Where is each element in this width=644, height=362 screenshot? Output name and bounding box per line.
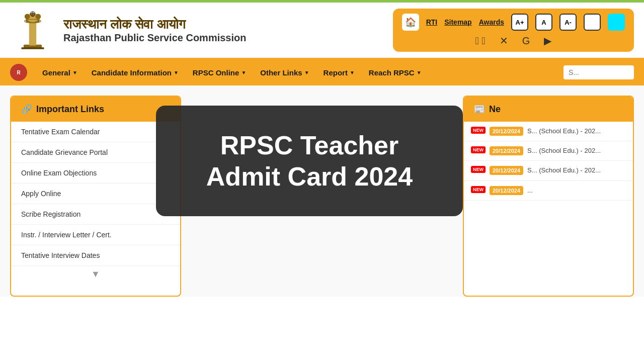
svg-text:R: R	[17, 70, 21, 75]
date-badge: 20/12/2024	[490, 186, 523, 195]
svg-point-5	[35, 14, 41, 20]
sitemap-link[interactable]: Sitemap	[444, 18, 471, 26]
header-title-block: राजस्थान लोक सेवा आयोग Rajasthan Public …	[63, 17, 246, 44]
link-tentative-interview-dates[interactable]: Tentative Interview Dates	[11, 245, 180, 266]
link-tentative-exam-calendar[interactable]: Tentative Exam Calendar	[11, 122, 180, 142]
search-input[interactable]	[564, 65, 634, 79]
google-icon[interactable]: G	[522, 35, 530, 47]
emblem-icon	[10, 8, 55, 53]
svg-rect-1	[29, 21, 36, 46]
news-title: Ne	[489, 104, 501, 115]
news-item[interactable]: NEW 20/12/2024 S... (School Edu.) - 202.…	[464, 141, 633, 161]
overlay-line1: RPSC Teacher	[206, 130, 413, 161]
link-apply-online[interactable]: Apply Online	[11, 184, 180, 204]
header-english-title: Rajasthan Public Service Commission	[63, 32, 246, 44]
navbar-brand-icon: R	[10, 64, 27, 81]
home-icon[interactable]: 🏠	[402, 14, 419, 31]
link-interview-letter[interactable]: Instr. / Interview Letter / Cert.	[11, 225, 180, 245]
date-badge: 20/12/2024	[490, 127, 523, 136]
nav-rpsc-online[interactable]: RPSC Online ▼	[186, 59, 253, 85]
new-badge: NEW	[471, 127, 486, 134]
news-item[interactable]: NEW 20/12/2024 ...	[464, 181, 633, 201]
youtube-icon[interactable]: ▶	[544, 35, 551, 47]
font-increase-button[interactable]: A+	[511, 14, 528, 31]
date-badge: 20/12/2024	[490, 146, 523, 155]
chevron-down-icon: ▼	[174, 70, 179, 75]
font-decrease-button[interactable]: A-	[559, 14, 577, 31]
news-text: S... (School Edu.) - 202...	[527, 127, 626, 136]
nav-report[interactable]: Report ▼	[316, 59, 362, 85]
social-links:  𝐟 ✕ G ▶	[475, 35, 551, 47]
font-normal-button[interactable]: A	[535, 14, 552, 31]
news-header: 📰 Ne	[464, 97, 633, 122]
facebook-icon[interactable]:  𝐟	[475, 35, 485, 47]
nav-general[interactable]: General ▼	[35, 59, 85, 85]
header-top-links: 🏠 RTI Sitemap Awards A+ A A-	[402, 14, 625, 31]
important-links-title: Important Links	[36, 104, 104, 115]
new-badge: NEW	[471, 146, 486, 153]
new-badge: NEW	[471, 186, 486, 193]
svg-point-4	[25, 14, 30, 20]
important-links-box: 🔗 Important Links Tentative Exam Calenda…	[10, 96, 181, 297]
news-icon: 📰	[474, 104, 485, 115]
chevron-down-icon: ▼	[417, 70, 422, 75]
cyan-theme-button[interactable]	[608, 14, 625, 31]
svg-rect-11	[22, 47, 44, 49]
header-right: 🏠 RTI Sitemap Awards A+ A A-  𝐟 ✕ G ▶	[393, 9, 634, 52]
news-box: 📰 Ne NEW 20/12/2024 S... (School Edu.) -…	[463, 96, 634, 297]
awards-link[interactable]: Awards	[479, 18, 504, 26]
nav-reach-rpsc[interactable]: Reach RPSC ▼	[362, 59, 429, 85]
overlay-line2: Admit Card 2024	[206, 161, 413, 192]
rti-link[interactable]: RTI	[426, 18, 438, 26]
overlay-banner: RPSC Teacher Admit Card 2024	[156, 106, 463, 216]
important-links-list: Tentative Exam Calendar Candidate Grieva…	[11, 122, 180, 266]
date-badge: 20/12/2024	[490, 166, 523, 175]
nav-other-links[interactable]: Other Links ▼	[253, 59, 316, 85]
header-hindi-title: राजस्थान लोक सेवा आयोग	[63, 17, 246, 32]
white-theme-button[interactable]	[584, 14, 601, 31]
scroll-down-icon[interactable]: ▼	[11, 266, 180, 283]
main-content: 🔗 Important Links Tentative Exam Calenda…	[0, 85, 644, 297]
news-item[interactable]: NEW 20/12/2024 S... (School Edu.) - 202.…	[464, 161, 633, 180]
news-text: S... (School Edu.) - 202...	[527, 166, 626, 175]
twitter-x-icon[interactable]: ✕	[500, 35, 508, 47]
nav-candidate-information[interactable]: Candidate Information ▼	[85, 59, 186, 85]
overlay-banner-text: RPSC Teacher Admit Card 2024	[206, 130, 413, 193]
news-text: S... (School Edu.) - 202...	[527, 146, 626, 155]
link-online-exam-objections[interactable]: Online Exam Objections	[11, 163, 180, 184]
news-list: NEW 20/12/2024 S... (School Edu.) - 202.…	[464, 122, 633, 201]
news-text: ...	[527, 186, 626, 195]
chevron-down-icon: ▼	[241, 70, 246, 75]
link-scribe-registration[interactable]: Scribe Registration	[11, 204, 180, 225]
chevron-down-icon: ▼	[304, 70, 309, 75]
header-left: राजस्थान लोक सेवा आयोग Rajasthan Public …	[10, 8, 246, 53]
link-icon: 🔗	[21, 104, 32, 115]
navbar: R General ▼ Candidate Information ▼ RPSC…	[0, 59, 644, 85]
link-candidate-grievance[interactable]: Candidate Grievance Portal	[11, 142, 180, 163]
overlay-container: RPSC Teacher Admit Card 2024	[181, 96, 463, 297]
news-item[interactable]: NEW 20/12/2024 S... (School Edu.) - 202.…	[464, 122, 633, 141]
new-badge: NEW	[471, 166, 486, 173]
important-links-header: 🔗 Important Links	[11, 97, 180, 122]
chevron-down-icon: ▼	[72, 70, 77, 75]
header: राजस्थान लोक सेवा आयोग Rajasthan Public …	[0, 3, 644, 59]
chevron-down-icon: ▼	[350, 70, 355, 75]
